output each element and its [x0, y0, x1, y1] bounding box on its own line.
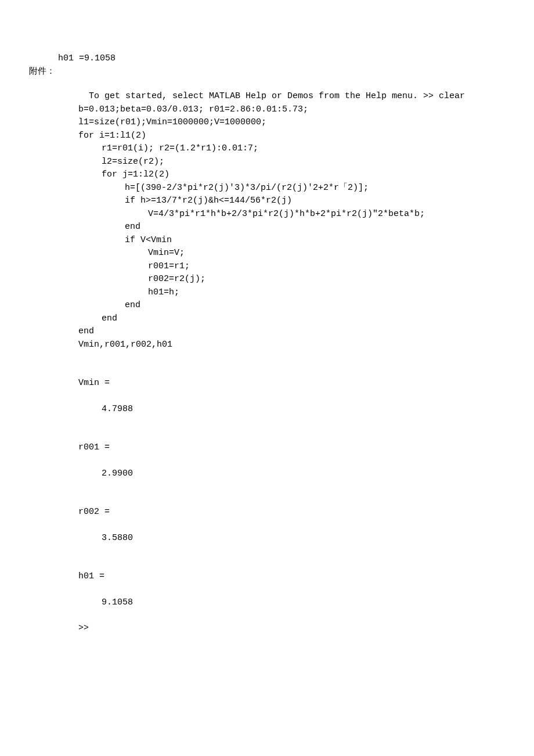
code-line: Vmin=V;	[148, 247, 505, 260]
code-line: V=4/3*pi*r1*h*b+2/3*pi*r2(j)*h*b+2*pi*r2…	[148, 208, 505, 221]
code-line: Vmin,r001,r002,h01	[78, 339, 505, 352]
output-vmin-value: 4.7988	[102, 403, 505, 416]
output-r002-value: 3.5880	[102, 532, 505, 545]
code-line: for i=1:l1(2)	[78, 129, 505, 143]
output-r001-label: r001 =	[78, 441, 505, 455]
code-line: end	[125, 299, 505, 312]
appendix-label: 附件：	[29, 66, 505, 79]
code-line: if h>=13/7*r2(j)&h<=144/56*r2(j)	[125, 195, 505, 208]
code-line: if V<Vmin	[125, 234, 505, 247]
code-line: end	[102, 312, 505, 326]
matlab-prompt: >>	[78, 622, 505, 635]
code-line: for j=1:l2(2)	[102, 168, 505, 182]
output-vmin-label: Vmin =	[78, 377, 505, 390]
code-line: h01=h;	[148, 286, 505, 300]
code-line: r001=r1;	[148, 260, 505, 273]
code-line: r002=r2(j);	[148, 273, 505, 286]
code-line: r1=r01(i); r2=(1.2*r1):0.01:7;	[102, 142, 505, 156]
code-intro: To get started, select MATLAB Help or De…	[78, 90, 505, 103]
code-line: h=[(390-2/3*pi*r2(j)'3)*3/pi/(r2(j)'2+2*…	[125, 182, 505, 195]
output-h01-value: 9.1058	[102, 596, 505, 610]
code-block: To get started, select MATLAB Help or De…	[78, 90, 505, 635]
output-r001-value: 2.9900	[102, 467, 505, 481]
document-page: h01 =9.1058 附件： To get started, select M…	[58, 52, 505, 635]
code-line: end	[78, 325, 505, 339]
header-result: h01 =9.1058	[58, 52, 505, 66]
code-line: l1=size(r01);Vmin=1000000;V=1000000;	[78, 116, 505, 129]
output-h01-label: h01 =	[78, 570, 505, 584]
output-r002-label: r002 =	[78, 506, 505, 519]
code-line: l2=size(r2);	[102, 156, 505, 169]
code-line: b=0.013;beta=0.03/0.013; r01=2.86:0.01:5…	[78, 103, 505, 117]
code-line: end	[125, 221, 505, 234]
